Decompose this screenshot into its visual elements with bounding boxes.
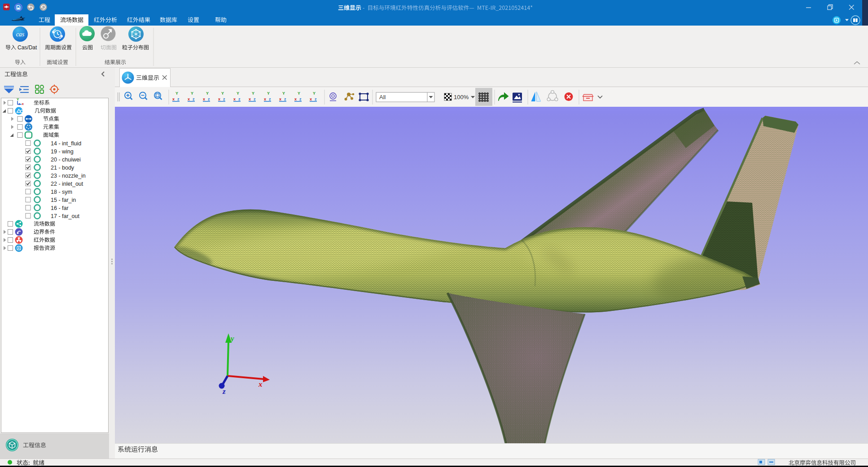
svg-text:cas: cas [16,31,25,38]
svg-text:x: x [279,97,281,101]
svg-text:x: x [172,97,175,101]
svg-text:18 - sym: 18 - sym [51,189,72,195]
svg-text:x: x [233,97,236,101]
svg-text:z: z [254,97,256,101]
svg-text:z: z [193,97,195,101]
svg-text:Y: Y [221,91,224,96]
svg-text:Y: Y [298,91,300,96]
svg-text:Y: Y [252,91,254,96]
svg-text:z: z [269,97,271,101]
svg-text:100%: 100% [454,94,469,100]
svg-text:Y: Y [191,91,193,96]
svg-text:22 - inlet_out: 22 - inlet_out [51,181,83,187]
svg-text:17 - far_out: 17 - far_out [51,213,79,219]
svg-text:20 - chuiwei: 20 - chuiwei [51,157,81,163]
svg-text:z: z [223,97,225,101]
svg-text:x: x [22,102,24,106]
svg-text:z: z [18,102,20,106]
svg-text:z: z [177,97,180,101]
svg-text:15 - far_in: 15 - far_in [51,197,76,203]
svg-text:23 - nozzle_in: 23 - nozzle_in [51,173,86,179]
svg-text:x: x [249,97,251,101]
svg-text:All: All [379,94,386,100]
svg-text:x: x [188,97,190,101]
svg-text:Y: Y [282,91,285,96]
svg-text:14 - int_fluid: 14 - int_fluid [51,140,81,147]
svg-text:Cas/Dat: Cas/Dat [18,44,37,51]
svg-text:x: x [294,97,297,101]
svg-text:Y: Y [313,91,316,96]
svg-text:x: x [310,97,312,101]
svg-text:16 - far: 16 - far [51,205,69,211]
svg-text:19 - wing: 19 - wing [51,148,74,155]
svg-text:x: x [203,97,205,101]
svg-text:Y: Y [17,97,19,101]
svg-text:Y: Y [237,91,239,96]
svg-text:Y: Y [267,91,270,96]
svg-text:z: z [238,97,241,101]
svg-text:x: x [264,97,266,101]
svg-text:Y: Y [175,91,178,96]
svg-text:Y: Y [206,91,209,96]
svg-text:x: x [218,97,220,101]
svg-text:z: z [315,97,317,101]
svg-text:21 - body: 21 - body [51,165,75,171]
svg-text:z: z [208,97,210,101]
svg-text:z: z [299,97,302,101]
svg-text:z: z [284,97,286,101]
